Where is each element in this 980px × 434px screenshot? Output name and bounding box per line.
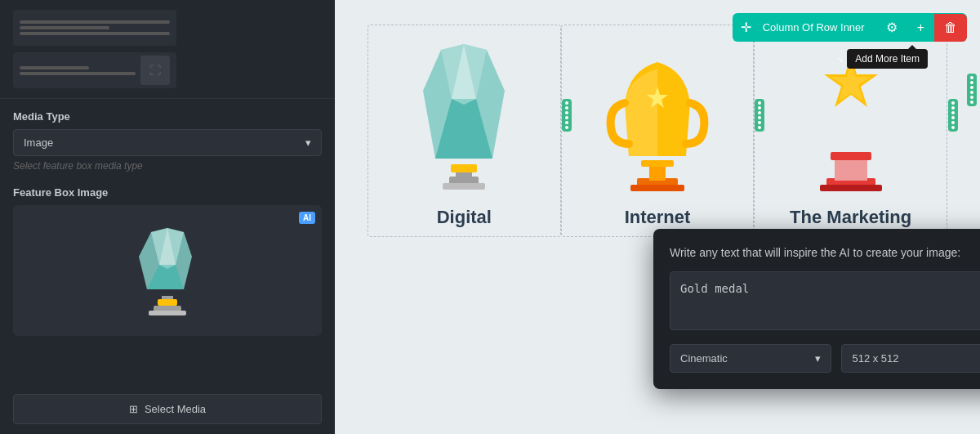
delete-button[interactable]: 🗑 <box>934 14 967 42</box>
award-label-1: Digital <box>437 207 492 228</box>
chevron-down-icon: ▾ <box>305 136 311 149</box>
drag-handle-right[interactable] <box>967 74 977 106</box>
svg-rect-14 <box>820 185 882 191</box>
select-media-icon: ⊞ <box>129 403 138 415</box>
main-canvas: ✛ Column Of Row Inner ⚙ + 🗑 Add More Ite… <box>335 0 980 434</box>
svg-rect-3 <box>158 299 177 306</box>
dialog-header: Write any text that will inspire the AI … <box>670 245 980 260</box>
thumb-line <box>20 66 89 69</box>
feature-box-section: Feature Box Image AI <box>0 178 335 384</box>
toolbar-pill: ✛ Column Of Row Inner ⚙ + 🗑 <box>733 13 967 42</box>
move-icon[interactable]: ✛ <box>733 13 760 42</box>
svg-rect-5 <box>443 183 485 190</box>
award-col-1: Digital <box>368 25 561 237</box>
media-type-section: Media Type Image ▾ Select feature box me… <box>0 99 335 178</box>
add-more-item-tooltip: Add More Item <box>847 49 928 69</box>
award-img-1 <box>415 34 513 197</box>
svg-rect-1 <box>149 311 186 315</box>
template-thumbnails: ⛶ <box>0 0 335 99</box>
thumbnail-1[interactable] <box>13 10 176 46</box>
left-panel: ⛶ Media Type Image ▾ Select feature box … <box>0 0 335 434</box>
settings-button[interactable]: ⚙ <box>876 13 907 42</box>
toolbar-title: Column Of Row Inner <box>760 15 876 40</box>
drag-handle-3[interactable] <box>948 99 958 132</box>
dialog-title: Write any text that will inspire the AI … <box>670 246 960 259</box>
select-media-label: Select Media <box>145 403 206 415</box>
svg-line-19 <box>839 58 843 62</box>
svg-rect-11 <box>641 160 674 167</box>
add-item-button[interactable]: + <box>907 14 934 42</box>
media-type-value: Image <box>24 136 53 149</box>
style-value: Cinematic <box>680 352 728 365</box>
award-label-2: Internet <box>625 207 691 228</box>
image-preview: AI <box>13 205 322 336</box>
award-col-2: Internet <box>561 25 755 237</box>
trophy-preview <box>127 221 208 320</box>
media-type-dropdown[interactable]: Image ▾ <box>13 129 322 156</box>
svg-rect-16 <box>831 152 871 160</box>
feature-box-label: Feature Box Image <box>13 186 322 199</box>
thumbnail-2[interactable]: ⛶ <box>13 52 176 88</box>
style-dropdown[interactable]: Cinematic ▾ <box>670 344 831 373</box>
media-type-hint: Select feature box media type <box>13 160 322 172</box>
thumb-line <box>20 20 170 24</box>
toolbar-row: ✛ Column Of Row Inner ⚙ + 🗑 Add More Ite… <box>733 13 967 42</box>
select-media-button[interactable]: ⊞ Select Media <box>13 394 322 424</box>
dialog-footer: Cinematic ▾ 512 x 512 ▾ Generate Image <box>670 343 980 373</box>
award-img-2 <box>604 34 710 197</box>
dialog-textarea-wrap: Gold medal 🕐 <box>670 271 980 330</box>
size-dropdown[interactable]: 512 x 512 ▾ <box>841 344 980 373</box>
ai-dialog: Write any text that will inspire the AI … <box>653 229 980 389</box>
thumb-line <box>20 72 136 75</box>
thumb-line <box>20 32 170 35</box>
ai-badge: AI <box>299 212 315 224</box>
size-value: 512 x 512 <box>852 352 898 365</box>
media-type-label: Media Type <box>13 110 322 123</box>
svg-rect-9 <box>630 185 684 191</box>
thumb-line <box>20 26 109 29</box>
thumb-image-icon: ⛶ <box>140 56 170 85</box>
svg-rect-7 <box>451 164 477 172</box>
chevron-down-icon: ▾ <box>815 352 821 365</box>
ai-prompt-input[interactable]: Gold medal <box>670 272 980 329</box>
